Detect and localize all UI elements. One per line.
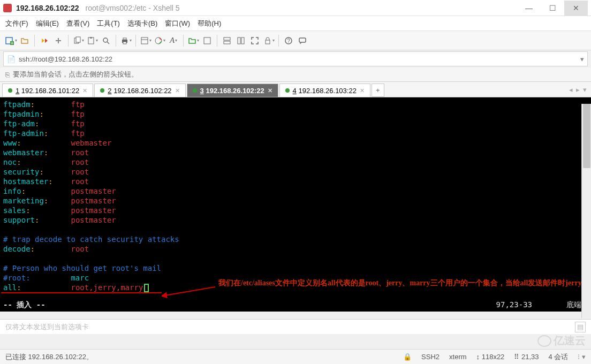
- menu-tools[interactable]: 工具(T): [97, 19, 120, 28]
- hint-bar: ⎘ 要添加当前会话，点击左侧的箭头按钮。: [0, 67, 591, 81]
- vim-scroll: 底端: [566, 300, 581, 309]
- svg-rect-19: [224, 37, 230, 40]
- cursor-icon: ⠿: [514, 353, 519, 361]
- svg-rect-14: [123, 42, 126, 44]
- paste-button[interactable]: [86, 34, 98, 47]
- maximize-button[interactable]: ☐: [541, 1, 564, 16]
- tab-4[interactable]: 4 192.168.26.103:22 ✕: [279, 84, 370, 97]
- vim-position: 97,23-33: [496, 300, 532, 309]
- svg-rect-13: [123, 38, 126, 40]
- menu-view[interactable]: 查看(V): [66, 19, 89, 28]
- svg-rect-7: [76, 37, 80, 42]
- address-url: ssh://root@192.168.26.102:22: [19, 55, 112, 63]
- resize-icon: ↕: [476, 353, 480, 361]
- chat-button[interactable]: [296, 34, 309, 47]
- new-session-button[interactable]: [4, 34, 17, 47]
- vim-mode: -- 插入 --: [3, 300, 46, 309]
- svg-text:?: ?: [287, 38, 290, 44]
- svg-rect-22: [241, 37, 244, 44]
- svg-rect-9: [90, 37, 92, 39]
- annotation-arrow-icon: [162, 285, 221, 301]
- svg-rect-15: [141, 37, 148, 44]
- window-controls: — ☐ ✕: [517, 1, 588, 16]
- tab-close-icon[interactable]: ✕: [360, 87, 365, 94]
- svg-rect-21: [238, 37, 240, 44]
- open-button[interactable]: [18, 34, 31, 47]
- window-title: root@vms002:/etc - Xshell 5: [86, 4, 180, 12]
- hint-icon[interactable]: ⎘: [5, 71, 10, 79]
- status-size: ↕ 118x22: [476, 353, 505, 361]
- annotation-underline: [1, 292, 162, 293]
- transfer-button[interactable]: [187, 34, 200, 47]
- svg-rect-26: [299, 38, 306, 42]
- print-button[interactable]: [119, 34, 132, 47]
- tile-horizontal-button[interactable]: [221, 34, 233, 47]
- watermark: 亿速云: [537, 333, 586, 348]
- menu-edit[interactable]: 编辑(E): [36, 19, 59, 28]
- scrollbar[interactable]: [581, 104, 591, 318]
- send-button[interactable]: ▤: [575, 322, 586, 332]
- compose-placeholder: 仅将文本发送到当前选项卡: [5, 322, 89, 332]
- font-button[interactable]: A: [167, 34, 180, 47]
- status-cursor: ⠿ 21,33: [514, 353, 539, 361]
- reconnect-button[interactable]: [38, 34, 51, 47]
- tab-3[interactable]: 3 192.168.26.102:22 ✕: [187, 84, 278, 97]
- tab-next-icon[interactable]: ▸: [576, 86, 580, 94]
- svg-line-27: [165, 287, 215, 295]
- status-more-icon[interactable]: ⁝ ▾: [578, 353, 586, 361]
- tab-1[interactable]: 1 192.168.26.101:22 ✕: [2, 84, 93, 97]
- fullscreen-button[interactable]: [248, 34, 261, 47]
- status-protocol: SSH2: [421, 353, 440, 361]
- status-dot-icon: [100, 88, 104, 93]
- svg-line-11: [107, 42, 109, 44]
- session-title: 192.168.26.102:22: [16, 4, 79, 12]
- status-bar: 已连接 192.168.26.102:22。 🔒 SSH2 xterm ↕ 11…: [0, 349, 591, 364]
- status-sessions: 4 会话: [549, 352, 569, 362]
- address-dropdown-icon[interactable]: ▾: [580, 55, 584, 63]
- minimize-button[interactable]: —: [517, 1, 541, 16]
- status-term: xterm: [449, 353, 467, 361]
- status-connection: 已连接 192.168.26.102:22。: [5, 352, 93, 362]
- menu-window[interactable]: 窗口(W): [165, 19, 190, 28]
- toolbar: A ?: [0, 31, 591, 50]
- status-dot-icon: [8, 88, 12, 93]
- menu-tab[interactable]: 选项卡(B): [127, 19, 157, 28]
- hint-text: 要添加当前会话，点击左侧的箭头按钮。: [13, 70, 138, 79]
- app-icon: [3, 4, 12, 12]
- tab-close-icon[interactable]: ✕: [82, 87, 87, 94]
- status-dot-icon: [285, 88, 290, 93]
- compose-bar[interactable]: 仅将文本发送到当前选项卡 ▤: [0, 319, 591, 334]
- copy-button[interactable]: [72, 34, 85, 47]
- script-button[interactable]: [201, 34, 214, 47]
- status-dot-icon: [193, 88, 197, 93]
- lock-button[interactable]: [262, 34, 275, 47]
- address-bar[interactable]: 📄 ssh://root@192.168.26.102:22 ▾: [3, 51, 588, 66]
- address-icon: 📄: [7, 55, 16, 63]
- lock-icon: 🔒: [403, 353, 412, 361]
- tile-vertical-button[interactable]: [234, 34, 247, 47]
- tab-prev-icon[interactable]: ◂: [569, 86, 573, 94]
- tab-list-icon[interactable]: ▾: [583, 86, 587, 94]
- tab-nav: ◂ ▸ ▾: [565, 82, 591, 97]
- tab-bar: 1 192.168.26.101:22 ✕ 2 192.168.26.102:2…: [0, 81, 591, 97]
- tab-close-icon[interactable]: ✕: [175, 87, 180, 94]
- annotation-text: 我们在/etc/aliases文件中定义别名all代表的是root、jerry、…: [218, 277, 566, 289]
- menu-file[interactable]: 文件(F): [5, 19, 28, 28]
- color-button[interactable]: [153, 34, 166, 47]
- tab-add-button[interactable]: +: [372, 84, 384, 97]
- svg-rect-20: [224, 41, 230, 44]
- terminal[interactable]: ftpadm: ftpftpadmin: ftpftp-adm: ftpftp-…: [0, 97, 591, 312]
- find-button[interactable]: [100, 34, 112, 47]
- title-bar: 192.168.26.102:22 root@vms002:/etc - Xsh…: [0, 0, 591, 16]
- disconnect-button[interactable]: [52, 34, 65, 47]
- menu-bar: 文件(F) 编辑(E) 查看(V) 工具(T) 选项卡(B) 窗口(W) 帮助(…: [0, 16, 591, 31]
- properties-button[interactable]: [139, 34, 152, 47]
- scrollbar-thumb[interactable]: [583, 104, 590, 168]
- watermark-icon: [537, 335, 551, 347]
- menu-help[interactable]: 帮助(H): [198, 19, 221, 28]
- close-button[interactable]: ✕: [564, 1, 588, 16]
- tab-close-icon[interactable]: ✕: [268, 87, 272, 94]
- tab-2[interactable]: 2 192.168.26.102:22 ✕: [94, 84, 185, 97]
- help-button[interactable]: ?: [282, 34, 295, 47]
- svg-rect-18: [204, 37, 210, 44]
